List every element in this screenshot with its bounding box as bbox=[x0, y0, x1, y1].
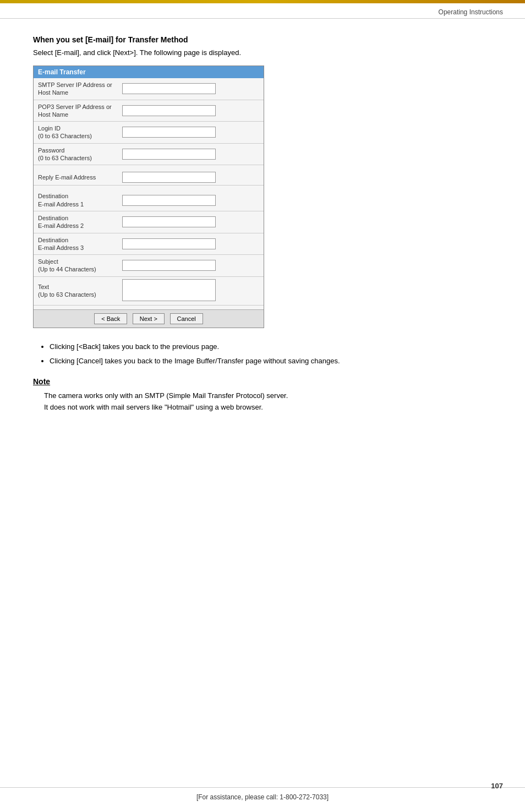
footer-assistance: [For assistance, please call: 1-800-272-… bbox=[196, 793, 329, 801]
field-dest3[interactable] bbox=[119, 233, 264, 255]
form-row-pop3: POP3 Server IP Address orHost Name bbox=[34, 100, 264, 122]
page-header: Operating Instructions bbox=[0, 3, 525, 19]
password-input[interactable] bbox=[122, 149, 216, 160]
dest-email-2-input[interactable] bbox=[122, 216, 216, 227]
dest-email-3-input[interactable] bbox=[122, 238, 216, 249]
bullet-item-cancel: Clicking [Cancel] takes you back to the … bbox=[50, 356, 492, 367]
spacer-3 bbox=[34, 305, 264, 309]
field-dest1[interactable] bbox=[119, 189, 264, 211]
label-password: Password(0 to 63 Characters) bbox=[34, 143, 119, 165]
email-transfer-box: E-mail Transfer SMTP Server IP Address o… bbox=[33, 66, 264, 328]
field-login[interactable] bbox=[119, 122, 264, 144]
form-row-dest2: DestinationE-mail Address 2 bbox=[34, 211, 264, 233]
field-reply[interactable] bbox=[119, 170, 264, 186]
email-transfer-title: E-mail Transfer bbox=[34, 66, 264, 78]
form-row-text: Text(Up to 63 Characters) bbox=[34, 276, 264, 305]
dest-email-1-input[interactable] bbox=[122, 195, 216, 206]
next-button[interactable]: Next > bbox=[133, 313, 165, 324]
text-body-input[interactable] bbox=[122, 279, 216, 301]
spacer-1 bbox=[34, 165, 264, 170]
field-dest2[interactable] bbox=[119, 211, 264, 233]
field-subject[interactable] bbox=[119, 255, 264, 277]
form-row-reply: Reply E-mail Address bbox=[34, 170, 264, 186]
header-label: Operating Instructions bbox=[439, 8, 503, 16]
smtp-server-input[interactable] bbox=[122, 83, 216, 94]
form-row-dest3: DestinationE-mail Address 3 bbox=[34, 233, 264, 255]
label-dest1: DestinationE-mail Address 1 bbox=[34, 189, 119, 211]
cancel-button[interactable]: Cancel bbox=[170, 313, 203, 324]
label-pop3: POP3 Server IP Address orHost Name bbox=[34, 100, 119, 122]
label-reply: Reply E-mail Address bbox=[34, 170, 119, 186]
label-subject: Subject(Up to 44 Characters) bbox=[34, 255, 119, 277]
form-row-password: Password(0 to 63 Characters) bbox=[34, 143, 264, 165]
pop3-server-input[interactable] bbox=[122, 105, 216, 116]
form-row-subject: Subject(Up to 44 Characters) bbox=[34, 255, 264, 277]
label-dest2: DestinationE-mail Address 2 bbox=[34, 211, 119, 233]
spacer-2 bbox=[34, 185, 264, 189]
bullet-item-back: Clicking [<Back] takes you back to the p… bbox=[50, 341, 492, 352]
label-smtp: SMTP Server IP Address orHost Name bbox=[34, 78, 119, 100]
reply-email-input[interactable] bbox=[122, 172, 216, 183]
section-description: Select [E-mail], and click [Next>]. The … bbox=[33, 48, 492, 57]
form-table: SMTP Server IP Address orHost Name POP3 … bbox=[34, 78, 264, 309]
note-section: Note The camera works only with an SMTP … bbox=[33, 377, 492, 413]
form-row-smtp: SMTP Server IP Address orHost Name bbox=[34, 78, 264, 100]
label-text: Text(Up to 63 Characters) bbox=[34, 276, 119, 305]
back-button[interactable]: < Back bbox=[94, 313, 127, 324]
field-password[interactable] bbox=[119, 143, 264, 165]
login-id-input[interactable] bbox=[122, 127, 216, 138]
note-text: The camera works only with an SMTP (Simp… bbox=[44, 390, 492, 413]
button-row: < Back Next > Cancel bbox=[34, 309, 264, 328]
form-row-dest1: DestinationE-mail Address 1 bbox=[34, 189, 264, 211]
footer-page-number: 107 bbox=[491, 782, 503, 790]
form-row-login: Login ID(0 to 63 Characters) bbox=[34, 122, 264, 144]
main-content: When you set [E-mail] for Transfer Metho… bbox=[0, 19, 525, 435]
section-title: When you set [E-mail] for Transfer Metho… bbox=[33, 35, 492, 44]
field-text[interactable] bbox=[119, 276, 264, 305]
note-title: Note bbox=[33, 377, 492, 386]
label-login: Login ID(0 to 63 Characters) bbox=[34, 122, 119, 144]
field-pop3[interactable] bbox=[119, 100, 264, 122]
label-dest3: DestinationE-mail Address 3 bbox=[34, 233, 119, 255]
bullet-list: Clicking [<Back] takes you back to the p… bbox=[50, 341, 492, 366]
footer: [For assistance, please call: 1-800-272-… bbox=[0, 787, 525, 801]
subject-input[interactable] bbox=[122, 260, 216, 271]
field-smtp[interactable] bbox=[119, 78, 264, 100]
